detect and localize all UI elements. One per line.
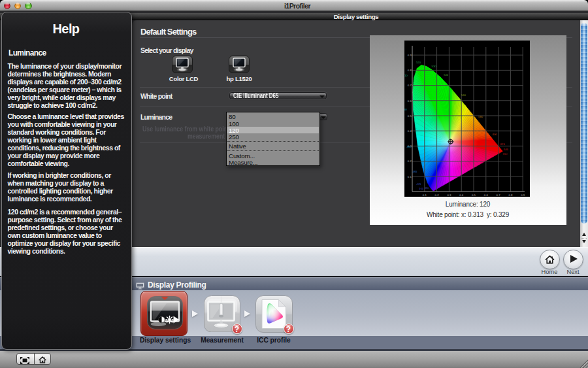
svg-text:510: 510: [404, 74, 408, 77]
svg-text:460: 460: [419, 187, 424, 190]
svg-text:480: 480: [412, 170, 417, 173]
svg-text:620: 620: [500, 142, 506, 146]
svg-text:0.1: 0.1: [423, 193, 427, 197]
svg-text:380: 380: [425, 186, 430, 190]
svg-text:490: 490: [407, 145, 412, 148]
svg-text:0.2: 0.2: [408, 159, 412, 163]
svg-text:560: 560: [461, 93, 466, 97]
svg-text:640: 640: [504, 148, 509, 151]
svg-text:0.8: 0.8: [508, 193, 513, 197]
svg-text:0.4: 0.4: [459, 193, 464, 197]
svg-text:580: 580: [478, 115, 483, 118]
svg-text:0.6: 0.6: [484, 193, 489, 197]
svg-text:0.4: 0.4: [408, 129, 412, 133]
svg-text:0.1: 0.1: [408, 175, 412, 178]
svg-text:700: 700: [503, 152, 508, 156]
svg-text:0.9: 0.9: [408, 54, 412, 57]
svg-text:0.7: 0.7: [497, 193, 501, 197]
svg-text:0.5: 0.5: [472, 193, 476, 197]
svg-text:0.8: 0.8: [408, 69, 412, 72]
svg-text:530: 530: [432, 65, 437, 68]
svg-text:470: 470: [416, 182, 421, 186]
svg-text:540: 540: [444, 73, 449, 76]
svg-text:520: 520: [416, 61, 421, 64]
svg-text:0.2: 0.2: [435, 193, 440, 197]
svg-text:0.7: 0.7: [408, 84, 412, 87]
svg-text:0.6: 0.6: [408, 99, 412, 103]
svg-text:600: 600: [493, 133, 498, 136]
svg-text:0.9: 0.9: [521, 193, 525, 197]
svg-text:0.5: 0.5: [408, 114, 412, 118]
svg-text:0.3: 0.3: [447, 193, 451, 197]
